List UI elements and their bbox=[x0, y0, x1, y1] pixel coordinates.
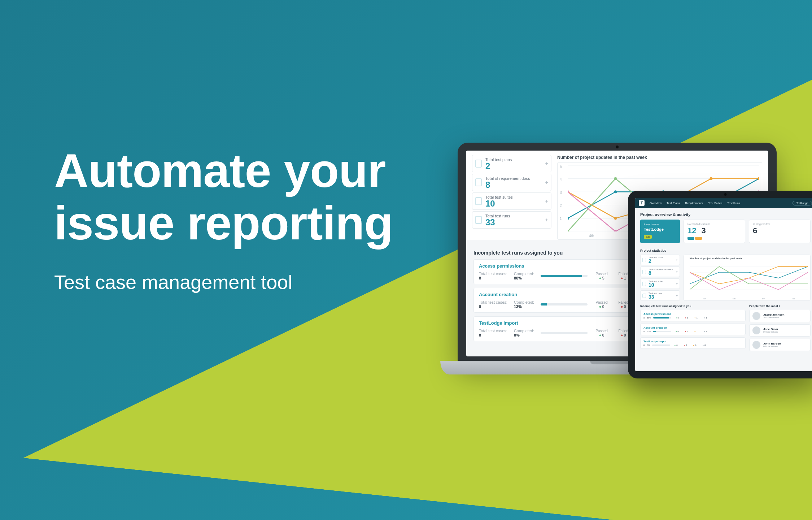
stat-total-test-plans[interactable]: Total test plans 2 + bbox=[472, 155, 551, 172]
stat-value: 10 bbox=[485, 199, 495, 208]
stat-test-suites[interactable]: Total test suites 10 + bbox=[472, 192, 551, 210]
stat-value: 8 bbox=[485, 180, 490, 190]
svg-point-12 bbox=[614, 217, 617, 220]
run-name: Account creation bbox=[643, 326, 742, 329]
value: 5 bbox=[599, 276, 604, 280]
person-card[interactable]: John Bartlett64 total actions bbox=[749, 339, 811, 351]
person-card[interactable]: Jacob Johnson106 total actions bbox=[749, 310, 811, 322]
plus-icon[interactable]: + bbox=[676, 282, 678, 286]
kpi-value: 12 bbox=[687, 227, 696, 235]
y-tick: 1 bbox=[560, 217, 562, 221]
plus-icon[interactable]: + bbox=[545, 161, 548, 166]
plus-icon[interactable]: + bbox=[545, 217, 548, 223]
updates-line-chart: Number of project updates in the past we… bbox=[684, 255, 811, 301]
section-title: Project statistics bbox=[635, 243, 812, 255]
logo-icon[interactable]: T bbox=[639, 200, 645, 206]
hero-title: Automate your issue reporting bbox=[54, 144, 393, 249]
project-label: Project name bbox=[644, 223, 676, 226]
project-card[interactable]: Project name TestLodge Edit bbox=[640, 220, 680, 243]
nav-item-test-suites[interactable]: Test Suites bbox=[708, 202, 722, 205]
project-name: TestLodge bbox=[644, 227, 676, 231]
hero-text-block: Automate your issue reporting Test case … bbox=[54, 144, 393, 293]
value: 8 bbox=[479, 276, 507, 280]
avatar bbox=[752, 341, 760, 349]
value: 0 bbox=[599, 333, 604, 337]
x-ticks: 4th 5th 6th 7th bbox=[690, 298, 808, 300]
y-tick: 4 bbox=[560, 178, 562, 182]
document-icon bbox=[475, 216, 482, 224]
test-run-card[interactable]: Access permissions 888%5111 bbox=[640, 310, 746, 321]
progress-bar bbox=[541, 275, 588, 277]
label: Failed bbox=[619, 272, 628, 276]
camera-icon bbox=[616, 146, 619, 148]
avatar bbox=[752, 326, 760, 334]
hero-title-line2: issue reporting bbox=[54, 196, 393, 250]
lower-row: Incomplete test runs assigned to you Acc… bbox=[635, 301, 812, 351]
person-sub: 64 total actions bbox=[763, 345, 781, 347]
plus-icon[interactable]: + bbox=[676, 258, 678, 262]
kpi-label: In progress test bbox=[753, 223, 807, 225]
value: 88% bbox=[514, 276, 534, 280]
nav-item-test-plans[interactable]: Test Plans bbox=[667, 202, 680, 205]
progress-bar bbox=[541, 332, 588, 334]
stat-requirement-docs[interactable]: Total of requirement docs 8 + bbox=[472, 174, 551, 191]
plus-icon[interactable]: + bbox=[545, 179, 548, 185]
person-card[interactable]: Jane Omar89 total actions bbox=[749, 324, 811, 337]
value: 8 bbox=[479, 333, 507, 337]
test-run-card[interactable]: Account creation 813%0017 bbox=[640, 324, 746, 335]
camera-icon bbox=[724, 193, 727, 196]
stat-test-suites[interactable]: Total test suites10+ bbox=[640, 278, 680, 289]
test-run-card[interactable]: TestLodge Import 80%0008 bbox=[640, 337, 746, 349]
stat-label: Total test plans bbox=[485, 157, 547, 162]
stat-value: 2 bbox=[485, 161, 490, 171]
kpi-not-started[interactable]: Not started test runs 12 3 bbox=[684, 220, 745, 243]
kpi-in-progress[interactable]: In progress test 6 bbox=[749, 220, 811, 243]
sub-heading-right: People with the most i bbox=[749, 304, 811, 308]
label: Completed: bbox=[514, 300, 534, 304]
tablet-mockup: T Overview Test Plans Requirements Test … bbox=[628, 191, 812, 378]
people-col: People with the most i Jacob Johnson106 … bbox=[749, 304, 811, 351]
nav-item-test-runs[interactable]: Test Runs bbox=[727, 202, 740, 205]
document-icon bbox=[475, 160, 482, 168]
value: 8 bbox=[479, 304, 507, 309]
svg-point-7 bbox=[614, 190, 617, 193]
progress-bar bbox=[541, 303, 588, 306]
value: 0 bbox=[621, 333, 626, 337]
edit-button[interactable]: Edit bbox=[644, 235, 652, 239]
value: 0 bbox=[621, 304, 626, 309]
sub-heading-left: Incomplete test runs assigned to you bbox=[640, 304, 746, 308]
plus-icon[interactable]: + bbox=[545, 198, 548, 204]
person-name: Jacob Johnson bbox=[763, 313, 785, 317]
label: Total test cases: bbox=[479, 300, 507, 304]
label: Passed bbox=[595, 329, 607, 333]
person-sub: 106 total actions bbox=[763, 316, 785, 318]
stat-test-runs[interactable]: Total test runs 33 + bbox=[472, 211, 551, 229]
svg-point-17 bbox=[614, 177, 617, 180]
nav-item-requirements[interactable]: Requirements bbox=[685, 202, 703, 205]
svg-point-14 bbox=[710, 177, 712, 180]
document-icon bbox=[642, 294, 646, 298]
plus-icon[interactable]: + bbox=[676, 294, 678, 298]
brand-pill[interactable]: TestLodge bbox=[793, 201, 812, 205]
stat-test-runs[interactable]: Total test runs33+ bbox=[640, 290, 680, 301]
stat-requirement-docs[interactable]: Total of requirement docs8+ bbox=[640, 266, 680, 277]
line-chart-svg bbox=[690, 261, 808, 290]
label: Completed: bbox=[514, 329, 534, 333]
value: 0% bbox=[514, 333, 534, 337]
hero-subtitle: Test case management tool bbox=[54, 271, 393, 293]
kpi-sub: 3 bbox=[701, 227, 706, 235]
y-tick: 3 bbox=[560, 191, 562, 195]
runs-col: Incomplete test runs assigned to you Acc… bbox=[640, 304, 746, 351]
tablet-screen: T Overview Test Plans Requirements Test … bbox=[635, 198, 812, 371]
promo-banner: Automate your issue reporting Test case … bbox=[0, 0, 812, 520]
value: 13% bbox=[514, 304, 534, 309]
hero-title-line1: Automate your bbox=[54, 144, 385, 197]
stat-total-test-plans[interactable]: Total test plans2+ bbox=[640, 255, 680, 265]
kpi-tag bbox=[695, 237, 702, 240]
document-icon bbox=[642, 282, 646, 286]
person-name: Jane Omar bbox=[763, 328, 778, 331]
avatar bbox=[752, 312, 760, 320]
nav-item-overview[interactable]: Overview bbox=[650, 202, 662, 205]
kpi-value: 6 bbox=[753, 226, 757, 235]
plus-icon[interactable]: + bbox=[676, 270, 678, 274]
